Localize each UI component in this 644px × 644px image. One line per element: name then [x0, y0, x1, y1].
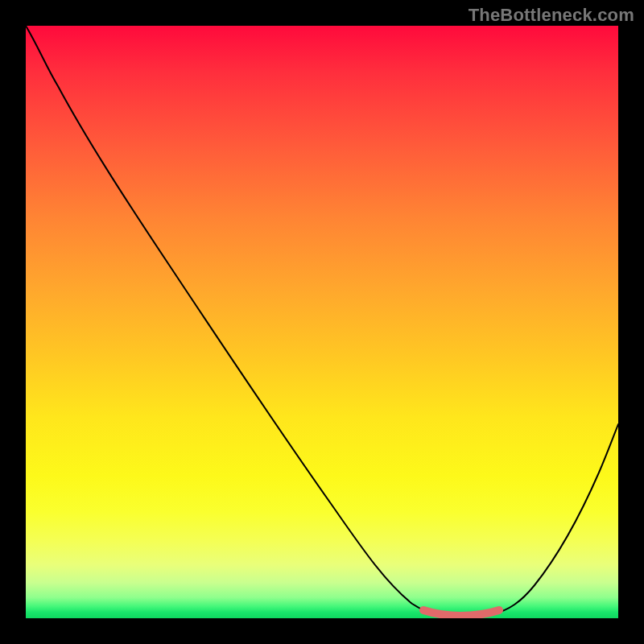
watermark-label: TheBottleneck.com [469, 5, 634, 26]
optimal-range-highlight [423, 610, 499, 616]
bottleneck-curve [26, 26, 618, 617]
chart-svg [26, 26, 618, 618]
chart-frame: TheBottleneck.com [0, 0, 644, 644]
plot-area [26, 26, 618, 618]
